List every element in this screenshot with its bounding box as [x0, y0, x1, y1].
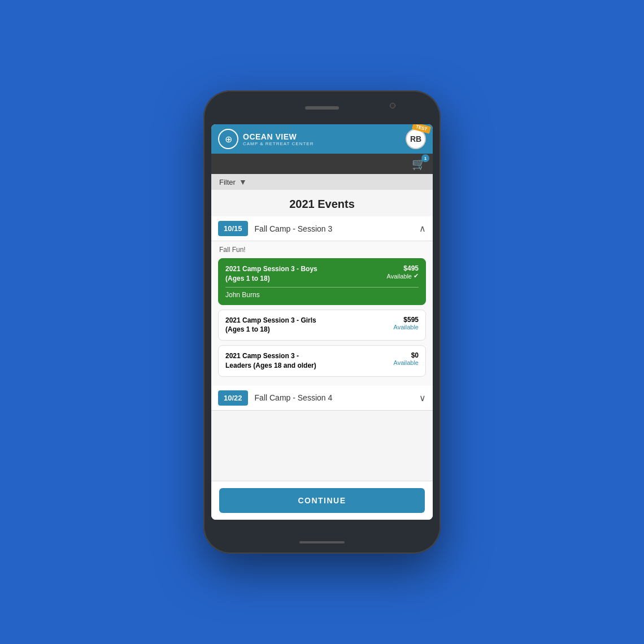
session-row-1[interactable]: 10/15 Fall Camp - Session 3 ∧ — [211, 216, 433, 241]
cart-bar: 🛒 1 — [211, 154, 433, 174]
camp-item-name-leaders: 2021 Camp Session 3 -Leaders (Ages 18 an… — [225, 351, 394, 371]
registrant-boys: John Burns — [225, 291, 419, 299]
session-date-2: 10/22 — [218, 390, 248, 406]
session-name-2: Fall Camp - Session 4 — [248, 393, 419, 402]
camp-item-avail-girls: Available — [394, 324, 419, 330]
camp-item-avail-leaders: Available — [394, 359, 419, 366]
header-right: RB TEST — [406, 129, 426, 149]
camp-item-top-boys: 2021 Camp Session 3 - Boys(Ages 1 to 18)… — [225, 264, 419, 284]
camp-item-name-girls: 2021 Camp Session 3 - Girls(Ages 1 to 18… — [225, 316, 394, 335]
session-name-1: Fall Camp - Session 3 — [248, 224, 419, 233]
session-expanded-1: Fall Fun! 2021 Camp Session 3 - Boys(Age… — [211, 241, 433, 386]
session-subtitle-1: Fall Fun! — [218, 246, 426, 254]
camp-item-top-leaders: 2021 Camp Session 3 -Leaders (Ages 18 an… — [225, 351, 419, 371]
cart-count-badge: 1 — [421, 154, 429, 162]
camp-item-price-block-boys: $495 Available ✔ — [387, 264, 419, 280]
camp-item-price-girls: $595 — [394, 316, 419, 324]
phone-body: ⊕ OCEAN VIEW CAMP & RETREAT CENTER RB TE… — [203, 90, 441, 554]
header-title-block: OCEAN VIEW CAMP & RETREAT CENTER — [243, 132, 314, 146]
cta-bar: CONTINUE — [211, 481, 433, 520]
filter-bar[interactable]: Filter ▼ — [211, 174, 433, 190]
rb-label: RB — [410, 134, 421, 143]
camp-item-girls[interactable]: 2021 Camp Session 3 - Girls(Ages 1 to 18… — [218, 310, 426, 341]
session-row-2[interactable]: 10/22 Fall Camp - Session 4 ∨ — [211, 386, 433, 411]
org-subtitle: CAMP & RETREAT CENTER — [243, 141, 314, 146]
divider-boys — [225, 287, 419, 288]
avail-checkmark-boys: ✔ — [414, 272, 419, 280]
camp-item-avail-boys: Available ✔ — [387, 272, 419, 280]
filter-icon: ▼ — [239, 177, 247, 186]
camp-item-price-block-girls: $595 Available — [394, 316, 419, 330]
cart-button[interactable]: 🛒 1 — [412, 157, 426, 171]
org-logo: ⊕ — [218, 129, 238, 149]
filter-label: Filter — [219, 178, 236, 186]
phone-home-indicator — [299, 541, 345, 543]
camp-item-name-boys: 2021 Camp Session 3 - Boys(Ages 1 to 18) — [225, 264, 387, 284]
camp-item-price-leaders: $0 — [394, 351, 419, 359]
content-area: 2021 Events 10/15 Fall Camp - Session 3 … — [211, 190, 433, 481]
camp-item-price-block-leaders: $0 Available — [394, 351, 419, 366]
continue-button[interactable]: CONTINUE — [219, 488, 425, 513]
phone-device: ⊕ OCEAN VIEW CAMP & RETREAT CENTER RB TE… — [203, 90, 441, 554]
logo-icon: ⊕ — [225, 134, 232, 145]
camp-item-top-girls: 2021 Camp Session 3 - Girls(Ages 1 to 18… — [225, 316, 419, 335]
camp-item-leaders[interactable]: 2021 Camp Session 3 -Leaders (Ages 18 an… — [218, 345, 426, 377]
session-date-1: 10/15 — [218, 221, 248, 236]
phone-screen: ⊕ OCEAN VIEW CAMP & RETREAT CENTER RB TE… — [211, 124, 433, 520]
camp-item-price-boys: $495 — [387, 264, 419, 272]
phone-speaker — [305, 106, 339, 110]
phone-camera — [390, 103, 395, 108]
camp-item-boys[interactable]: 2021 Camp Session 3 - Boys(Ages 1 to 18)… — [218, 258, 426, 305]
header-left: ⊕ OCEAN VIEW CAMP & RETREAT CENTER — [218, 129, 314, 149]
app-header: ⊕ OCEAN VIEW CAMP & RETREAT CENTER RB TE… — [211, 124, 433, 154]
page-title: 2021 Events — [211, 190, 433, 216]
session-chevron-1: ∧ — [419, 223, 426, 234]
session-chevron-2: ∨ — [419, 393, 426, 403]
org-name: OCEAN VIEW — [243, 132, 314, 141]
